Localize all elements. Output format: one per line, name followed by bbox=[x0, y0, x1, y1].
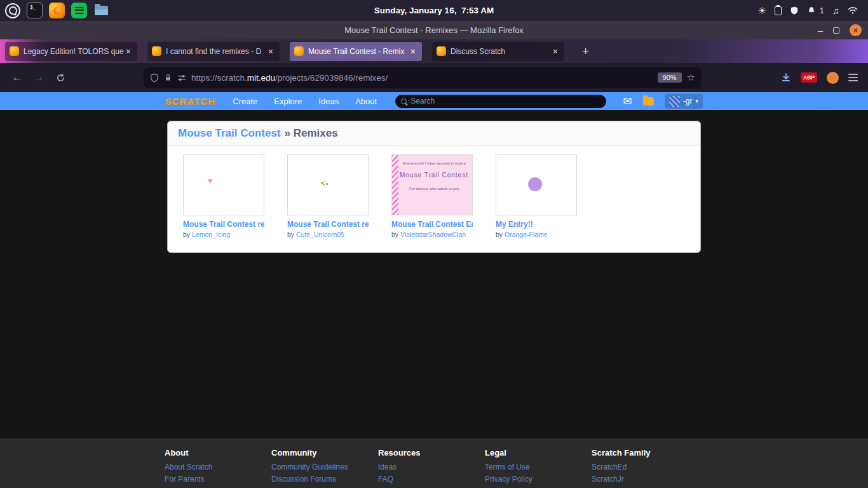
mystuff-folder-icon[interactable] bbox=[643, 97, 654, 105]
thumb-line1: Hi everyone! I have decided to host a bbox=[398, 161, 470, 165]
footer-link[interactable]: ScratchEd bbox=[592, 463, 698, 471]
username: -gr bbox=[683, 97, 693, 105]
project-author-link[interactable]: Lemon_Icing bbox=[192, 231, 230, 238]
footer-link[interactable]: Community Guidelines bbox=[271, 463, 378, 471]
tab-label: Mouse Trail Contest - Remix bbox=[308, 47, 409, 56]
permissions-icon[interactable] bbox=[177, 74, 186, 82]
page-content: Mouse Trail Contest» Remixes ♥ Mouse Tra… bbox=[0, 110, 868, 438]
minimize-icon[interactable]: – bbox=[818, 25, 823, 36]
system-top-bar: $_ Sunday, January 16, 7:53 AM ☀ 1 ♫ bbox=[0, 0, 868, 21]
lock-icon[interactable] bbox=[164, 73, 172, 82]
project-byline: by Cute_Unicorn05 bbox=[287, 231, 369, 238]
scratch-logo[interactable]: SCRATCH bbox=[165, 96, 215, 107]
project-title[interactable]: Mouse Trail Contest re… bbox=[287, 220, 369, 229]
page-title: Mouse Trail Contest» Remixes bbox=[168, 121, 700, 146]
footer-heading: Community bbox=[271, 448, 378, 458]
tab-cannot-find-remixes[interactable]: I cannot find the remixes - D × bbox=[147, 42, 280, 61]
project-author-link[interactable]: VioletstarShadowClan bbox=[400, 231, 466, 238]
firefox-icon[interactable] bbox=[49, 3, 65, 18]
launcher-logo-icon[interactable] bbox=[5, 3, 20, 18]
adblock-icon[interactable]: ABP bbox=[801, 72, 817, 83]
scratch-footer: About About Scratch For Parents For Educ… bbox=[0, 438, 868, 488]
new-tab-icon[interactable]: + bbox=[582, 44, 589, 58]
scratch-favicon-icon bbox=[294, 46, 304, 56]
project-author-link[interactable]: Cute_Unicorn05 bbox=[296, 231, 344, 238]
project-title-link[interactable]: Mouse Trail Contest bbox=[178, 127, 281, 139]
footer-col-about: About About Scratch For Parents For Educ… bbox=[165, 448, 271, 488]
download-icon[interactable] bbox=[781, 72, 791, 83]
url-path: /projects/629039846/remixes/ bbox=[275, 73, 388, 83]
tab-legacy-edition[interactable]: Legacy Edition! TOLORS que × bbox=[5, 42, 137, 61]
avatar bbox=[669, 96, 680, 107]
footer-link[interactable]: ScratchJr bbox=[592, 475, 698, 484]
url-bar[interactable]: https://scratch.mit.edu/projects/6290398… bbox=[144, 67, 702, 88]
footer-heading: Resources bbox=[378, 448, 485, 458]
close-icon[interactable]: × bbox=[850, 24, 862, 36]
project-card: Mouse Trail Contest re… by Cute_Unicorn0… bbox=[287, 154, 369, 238]
reload-icon[interactable] bbox=[51, 68, 70, 87]
url-text: https://scratch.mit.edu/projects/6290398… bbox=[191, 73, 653, 83]
restore-icon[interactable] bbox=[833, 27, 839, 34]
project-title[interactable]: Mouse Trail Contest En… bbox=[391, 220, 473, 229]
nav-create[interactable]: Create bbox=[224, 92, 266, 110]
forward-icon[interactable]: → bbox=[29, 68, 48, 87]
account-menu[interactable]: -gr ▾ bbox=[665, 94, 703, 109]
thumb-line3: For anyone who wants to join bbox=[398, 187, 470, 191]
project-title[interactable]: My Entry!! bbox=[496, 220, 577, 229]
clipboard-icon bbox=[775, 6, 782, 15]
tab-close-icon[interactable]: × bbox=[551, 46, 560, 57]
by-label: by bbox=[496, 231, 503, 238]
nav-explore[interactable]: Explore bbox=[266, 92, 310, 110]
clock[interactable]: Sunday, January 16, 7:53 AM bbox=[374, 6, 494, 15]
tab-close-icon[interactable]: × bbox=[409, 46, 417, 57]
project-card: ♥ Mouse Trail Contest re… by Lemon_Icing bbox=[183, 154, 264, 238]
terminal-icon[interactable]: $_ bbox=[27, 3, 43, 18]
files-icon[interactable] bbox=[93, 3, 109, 18]
project-byline: by VioletstarShadowClan bbox=[391, 231, 473, 238]
tab-close-icon[interactable]: × bbox=[124, 46, 133, 57]
messages-mail-icon[interactable]: ✉ bbox=[623, 95, 632, 108]
nav-about[interactable]: About bbox=[347, 92, 385, 110]
project-thumbnail[interactable] bbox=[287, 154, 369, 215]
footer-col-resources: Resources Ideas FAQ Download bbox=[378, 448, 485, 488]
footer-link[interactable]: For Parents bbox=[165, 475, 271, 484]
account-avatar-icon[interactable] bbox=[827, 72, 839, 84]
footer-link[interactable]: Discussion Forums bbox=[271, 475, 378, 484]
scratch-header-inner: SCRATCH Create Explore Ideas About ✉ -gr… bbox=[165, 92, 703, 110]
footer-link[interactable]: Privacy Policy bbox=[485, 475, 592, 484]
scratch-favicon-icon bbox=[437, 46, 446, 56]
system-tray[interactable]: ☀ 1 ♫ bbox=[758, 6, 868, 15]
back-icon[interactable]: ← bbox=[8, 68, 27, 87]
bookmark-star-icon[interactable]: ☆ bbox=[687, 72, 695, 83]
scratch-favicon-icon bbox=[152, 46, 161, 56]
footer-link[interactable]: Ideas bbox=[378, 463, 485, 471]
project-thumbnail[interactable]: ♥ bbox=[183, 154, 264, 215]
spotify-icon[interactable] bbox=[71, 3, 87, 18]
tab-label: I cannot find the remixes - D bbox=[166, 47, 266, 56]
project-title[interactable]: Mouse Trail Contest re… bbox=[183, 220, 264, 229]
project-thumbnail[interactable] bbox=[496, 154, 577, 215]
navigation-toolbar: ← → https://scratch.mit.edu/projects/629… bbox=[0, 63, 868, 92]
purple-circle-decoration bbox=[528, 177, 542, 191]
project-author-link[interactable]: Orange-Flame bbox=[505, 231, 548, 238]
project-byline: by Orange-Flame bbox=[496, 231, 577, 238]
menu-icon[interactable] bbox=[848, 74, 858, 81]
tab-discuss-scratch[interactable]: Discuss Scratch × bbox=[432, 42, 564, 61]
search-input[interactable] bbox=[410, 97, 600, 105]
project-card: My Entry!! by Orange-Flame bbox=[496, 154, 577, 238]
footer-heading: Scratch Family bbox=[592, 448, 698, 458]
tracking-shield-icon[interactable] bbox=[150, 73, 159, 83]
nav-ideas[interactable]: Ideas bbox=[310, 92, 347, 110]
footer-link[interactable]: About Scratch bbox=[165, 463, 271, 471]
brightness-icon: ☀ bbox=[758, 6, 766, 15]
bell-icon bbox=[807, 6, 816, 15]
tab-mouse-trail-contest-active[interactable]: Mouse Trail Contest - Remix × bbox=[290, 42, 422, 61]
project-thumbnail[interactable]: Hi everyone! I have decided to host a Mo… bbox=[391, 154, 473, 215]
url-domain: mit.edu bbox=[247, 73, 275, 83]
tab-close-icon[interactable]: × bbox=[266, 46, 275, 57]
zoom-level-badge[interactable]: 90% bbox=[658, 72, 682, 83]
footer-link[interactable]: Terms of Use bbox=[485, 463, 592, 471]
search-box[interactable] bbox=[395, 95, 606, 108]
footer-link[interactable]: FAQ bbox=[378, 475, 485, 484]
footer-heading: About bbox=[165, 448, 271, 458]
